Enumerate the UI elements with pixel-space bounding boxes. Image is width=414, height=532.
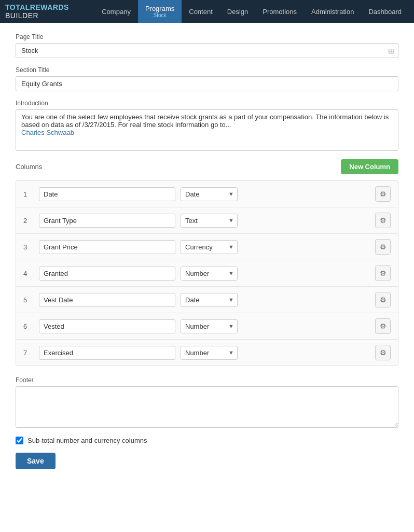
nav-item-dashboard[interactable]: Dashboard	[361, 0, 409, 23]
introduction-group: Introduction You are one of the select f…	[16, 100, 398, 151]
subtotal-checkbox[interactable]	[16, 437, 23, 444]
column-type-select[interactable]: DateTextCurrencyNumber	[181, 319, 238, 333]
brand-name: TOTALREWARDS	[5, 3, 69, 11]
column-type-select[interactable]: DateTextCurrencyNumber	[181, 346, 238, 360]
introduction-editor[interactable]: You are one of the select few employees …	[16, 109, 398, 151]
columns-label: Columns	[16, 163, 42, 171]
column-name-input[interactable]	[39, 187, 175, 201]
section-title-input[interactable]	[16, 76, 398, 91]
column-name-input[interactable]	[39, 346, 175, 360]
column-settings-button[interactable]: ⚙	[375, 345, 391, 360]
column-type-select[interactable]: DateTextCurrencyNumber	[181, 267, 238, 281]
column-type-wrapper: DateTextCurrencyNumber▼	[181, 346, 238, 360]
nav-item-company[interactable]: Company	[94, 0, 138, 23]
column-type-wrapper: DateTextCurrencyNumber▼	[181, 293, 238, 307]
introduction-text: You are one of the select few employees …	[21, 113, 389, 129]
footer-label: Footer	[16, 376, 398, 384]
save-button[interactable]: Save	[16, 453, 56, 469]
nav-item-administration[interactable]: Administration	[304, 0, 361, 23]
column-type-wrapper: DateTextCurrencyNumber▼	[181, 214, 238, 228]
nav-item-programs[interactable]: Programs Stock	[138, 0, 182, 23]
main-content: Page Title ⊞ Section Title Introduction …	[0, 23, 414, 532]
column-number: 4	[23, 270, 34, 277]
page-title-wrapper: ⊞	[16, 43, 398, 58]
column-settings-button[interactable]: ⚙	[375, 292, 391, 307]
nav-item-design[interactable]: Design	[220, 0, 255, 23]
brand-logo: TOTALREWARDS BUILDER	[5, 3, 84, 20]
columns-header: Columns New Column	[16, 159, 398, 174]
nav-item-promotions[interactable]: Promotions	[255, 0, 304, 23]
column-type-wrapper: DateTextCurrencyNumber▼	[181, 187, 238, 201]
table-row: 1DateTextCurrencyNumber▼⚙	[16, 181, 398, 207]
column-number: 1	[23, 190, 34, 198]
page-title-group: Page Title ⊞	[16, 33, 398, 58]
column-name-input[interactable]	[39, 293, 175, 307]
column-number: 3	[23, 243, 34, 251]
column-type-select[interactable]: DateTextCurrencyNumber	[181, 293, 238, 307]
column-type-select[interactable]: DateTextCurrencyNumber	[181, 187, 238, 201]
brand-suffix: BUILDER	[5, 11, 38, 20]
column-settings-button[interactable]: ⚙	[375, 265, 391, 281]
footer-section: Footer	[16, 376, 398, 429]
table-row: 4DateTextCurrencyNumber▼⚙	[16, 260, 398, 287]
section-title-group: Section Title	[16, 66, 398, 91]
page-title-icon: ⊞	[388, 47, 394, 55]
page-title-input[interactable]	[16, 43, 398, 58]
nav-item-content[interactable]: Content	[182, 0, 220, 23]
new-column-button[interactable]: New Column	[341, 159, 398, 174]
section-title-label: Section Title	[16, 66, 398, 74]
column-settings-button[interactable]: ⚙	[375, 186, 391, 202]
table-row: 2DateTextCurrencyNumber▼⚙	[16, 207, 398, 234]
nav-item-programs-sub: Stock	[154, 12, 167, 18]
nav-item-programs-label: Programs	[145, 5, 174, 12]
column-type-wrapper: DateTextCurrencyNumber▼	[181, 319, 238, 333]
table-row: 3DateTextCurrencyNumber▼⚙	[16, 234, 398, 260]
column-settings-button[interactable]: ⚙	[375, 213, 391, 228]
column-type-select[interactable]: DateTextCurrencyNumber	[181, 214, 238, 228]
table-row: 5DateTextCurrencyNumber▼⚙	[16, 287, 398, 313]
subtotal-row: Sub-total number and currency columns	[16, 437, 398, 444]
column-settings-button[interactable]: ⚙	[375, 318, 391, 334]
column-type-wrapper: DateTextCurrencyNumber▼	[181, 240, 238, 254]
column-type-select[interactable]: DateTextCurrencyNumber	[181, 240, 238, 254]
column-type-wrapper: DateTextCurrencyNumber▼	[181, 267, 238, 281]
columns-table: 1DateTextCurrencyNumber▼⚙2DateTextCurren…	[16, 180, 398, 366]
subtotal-label: Sub-total number and currency columns	[27, 437, 147, 444]
table-row: 6DateTextCurrencyNumber▼⚙	[16, 313, 398, 340]
table-row: 7DateTextCurrencyNumber▼⚙	[16, 340, 398, 366]
column-settings-button[interactable]: ⚙	[375, 239, 391, 255]
column-name-input[interactable]	[39, 267, 175, 281]
save-row: Save	[16, 453, 398, 469]
column-number: 6	[23, 323, 34, 330]
column-number: 7	[23, 349, 34, 357]
column-name-input[interactable]	[39, 214, 175, 228]
column-name-input[interactable]	[39, 319, 175, 333]
introduction-link[interactable]: Charles Schwaab	[21, 129, 74, 136]
navigation: TOTALREWARDS BUILDER Company Programs St…	[0, 0, 414, 23]
column-number: 2	[23, 217, 34, 225]
column-name-input[interactable]	[39, 240, 175, 254]
page-title-label: Page Title	[16, 33, 398, 40]
footer-textarea[interactable]	[16, 386, 398, 428]
column-number: 5	[23, 296, 34, 304]
introduction-label: Introduction	[16, 100, 398, 107]
